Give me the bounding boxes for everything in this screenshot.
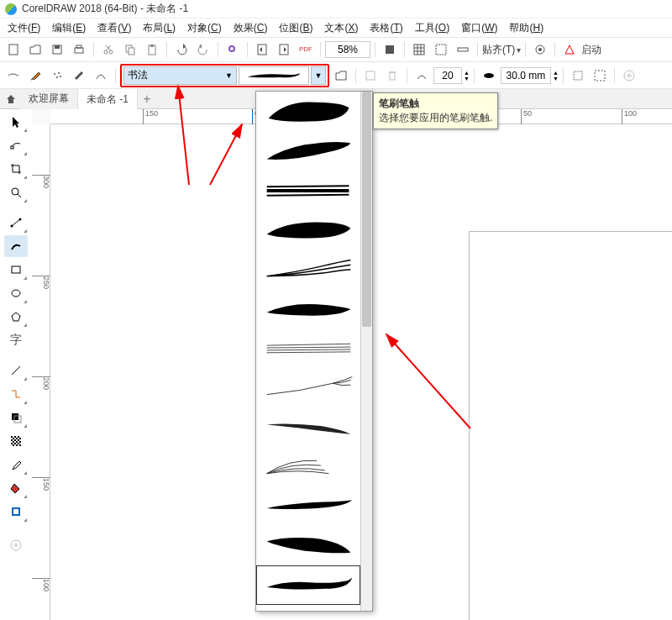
delete-brush-button[interactable] [382,66,402,86]
menu-help[interactable]: 帮助(H) [507,19,546,37]
zoom-tool[interactable] [4,181,28,203]
width-spinner-up[interactable]: ▲ [553,70,559,76]
text-tool[interactable]: 字 [4,329,28,351]
menu-effects[interactable]: 效果(C) [231,19,270,37]
parallel-dim-tool[interactable] [4,360,28,381]
paste-button[interactable] [142,39,162,60]
menu-edit[interactable]: 编辑(E) [50,19,88,37]
bbox-button[interactable] [568,66,588,86]
menu-text[interactable]: 文本(X) [322,19,360,37]
fullscreen-button[interactable] [380,39,400,60]
brush-list[interactable] [256,92,360,611]
smooth-input[interactable] [433,67,462,84]
brush-item[interactable] [256,289,360,328]
ellipse-tool[interactable] [4,282,28,304]
new-button[interactable] [3,39,24,60]
menu-object[interactable]: 对象(C) [185,19,224,37]
menu-window[interactable]: 窗口(W) [459,19,500,37]
bounds-button[interactable] [590,66,610,86]
connector-tool[interactable] [4,383,28,405]
transparency-tool[interactable] [4,430,28,452]
freehand-tool[interactable] [4,212,28,234]
artistic-media-tool[interactable] [4,235,28,257]
menu-table[interactable]: 表格(T) [367,19,405,37]
publish-pdf-button[interactable]: PDF [296,39,316,60]
scrollbar-thumb[interactable] [362,92,371,327]
brush-item[interactable] [256,605,360,611]
dropshadow-tool[interactable] [4,407,28,428]
import-button[interactable] [252,39,272,60]
brush-stroke-dropdown[interactable] [239,66,309,85]
width-spinner-down[interactable]: ▼ [553,76,559,81]
brush-item[interactable] [256,526,360,565]
grid-button[interactable] [409,39,429,60]
add-button[interactable] [619,66,639,86]
brush-item[interactable] [256,210,360,250]
guides-button[interactable] [431,39,451,60]
snap-label[interactable]: 贴齐(T) [482,43,515,57]
save-button[interactable] [47,39,67,60]
pressure-button[interactable] [91,66,111,86]
menu-view[interactable]: 查看(V) [95,19,134,37]
tab-untitled[interactable]: 未命名 -1 [78,87,138,110]
launch-icon[interactable] [559,39,580,60]
print-button[interactable] [69,39,89,60]
brush-stroke-dropdown-arrow[interactable]: ▼ [311,66,326,85]
spinner-up[interactable]: ▲ [464,70,470,76]
redo-button[interactable] [193,39,213,60]
menu-layout[interactable]: 布局(L) [140,19,178,37]
width-input[interactable] [501,67,551,84]
crop-tool[interactable] [4,158,28,180]
menu-tools[interactable]: 工具(O) [412,19,452,37]
add-tab-button[interactable]: + [138,90,156,108]
brush-item[interactable] [256,250,360,289]
expand-toolbox[interactable] [4,534,28,556]
search-button[interactable] [223,39,243,60]
calligraphy-button[interactable] [69,66,89,86]
ruler-button[interactable] [453,39,473,60]
spray-button[interactable] [47,66,67,86]
pick-tool[interactable] [4,111,28,133]
cut-button[interactable] [98,39,118,60]
zoom-input[interactable] [325,41,370,58]
browse-button[interactable] [331,66,351,86]
brush-item[interactable] [256,131,360,171]
brush-item[interactable] [256,368,360,407]
launch-label[interactable]: 启动 [581,43,601,57]
page-canvas-2[interactable] [469,231,672,620]
tab-welcome[interactable]: 欢迎屏幕 [20,88,78,109]
brush-scrollbar[interactable] [360,92,372,611]
brush-item[interactable] [256,407,360,447]
tooltip: 笔刷笔触 选择您要应用的笔刷笔触. [373,92,498,129]
menu-file[interactable]: 文件(F) [5,19,43,37]
brush-item[interactable] [256,447,360,486]
brush-item-selected[interactable] [256,565,360,605]
svg-line-57 [266,347,350,348]
open-button[interactable] [25,39,45,60]
home-icon[interactable] [2,90,20,108]
ruler-tick: 100 [32,578,50,591]
options-button[interactable] [530,39,550,60]
property-bar: 书法 ▼ ▼ ▲ ▼ ▲ ▼ [0,62,672,89]
fill-tool[interactable] [4,477,28,499]
undo-button[interactable] [171,39,192,60]
brush-tool-icon[interactable] [25,66,45,86]
export-button[interactable] [274,39,294,60]
save-brush-button[interactable] [360,66,381,86]
eyedropper-tool[interactable] [4,454,28,476]
brush-item[interactable] [256,328,360,368]
brush-type-dropdown[interactable]: 书法 ▼ [123,66,237,85]
polygon-tool[interactable] [4,306,28,328]
brush-item[interactable] [256,486,360,526]
svg-rect-2 [55,45,60,49]
menu-bitmap[interactable]: 位图(B) [276,19,315,37]
rectangle-tool[interactable] [4,259,28,281]
chevron-down-icon: ▼ [225,71,233,80]
brush-item[interactable] [256,171,360,210]
spinner-down[interactable]: ▼ [464,76,470,81]
outline-tool[interactable] [4,501,28,523]
shape-tool[interactable] [4,134,28,156]
copy-button[interactable] [120,39,140,60]
brush-item[interactable] [256,92,360,131]
preset-brush-button[interactable] [3,66,24,86]
